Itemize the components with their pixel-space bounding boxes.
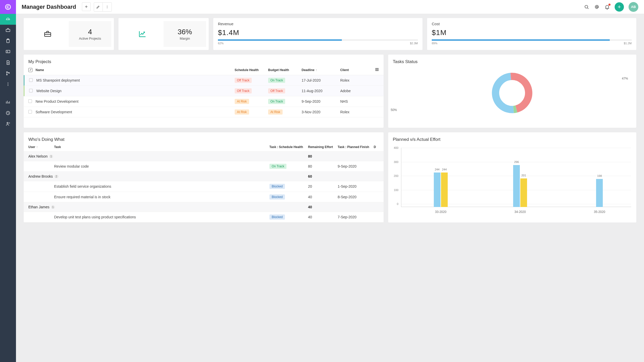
kpi-active-projects: 4 Active Projects bbox=[24, 18, 114, 50]
row-checkbox[interactable] bbox=[28, 110, 32, 114]
col-planned-finish[interactable]: Task : Planned Finish bbox=[338, 145, 374, 149]
who-doing-what-panel: Who's Doing What User↑ Task Task : Sched… bbox=[24, 132, 384, 222]
select-all-checkbox[interactable]: ✓ bbox=[28, 68, 32, 72]
svg-point-8 bbox=[8, 83, 9, 83]
briefcase-icon bbox=[43, 30, 53, 38]
kpi-margin-value: 36% bbox=[177, 28, 192, 36]
project-row[interactable]: Website Design Off Track Off Track 11-Au… bbox=[24, 86, 384, 96]
tasks-status-panel: Tasks Status 47% 50% bbox=[388, 55, 636, 128]
budget-health-badge: On Track bbox=[268, 99, 285, 104]
project-row[interactable]: New Product Development At Risk On Track… bbox=[24, 96, 384, 107]
svg-point-12 bbox=[7, 122, 8, 124]
user-avatar[interactable]: AB bbox=[629, 2, 638, 12]
project-deadline: 9-Sep-2020 bbox=[302, 99, 340, 104]
search-icon[interactable] bbox=[584, 4, 589, 10]
svg-rect-20 bbox=[376, 68, 377, 71]
bar-planned: 296 bbox=[513, 165, 520, 207]
svg-point-15 bbox=[107, 8, 107, 8]
user-group-row[interactable]: Andrew Brooks2 60 bbox=[24, 172, 384, 181]
nav-branch[interactable] bbox=[0, 68, 16, 79]
project-deadline: 17-Jul-2020 bbox=[302, 78, 340, 82]
col-d[interactable]: D bbox=[374, 145, 379, 149]
task-name: Establish field service organizations bbox=[54, 184, 269, 188]
nav-clipboard[interactable] bbox=[0, 36, 16, 46]
task-row[interactable]: Ensure required material is in stock Blo… bbox=[24, 192, 384, 202]
task-count-badge: 1 bbox=[49, 155, 53, 158]
notifications-icon[interactable] bbox=[604, 4, 610, 10]
project-client: Rolex bbox=[340, 110, 371, 114]
logo[interactable] bbox=[0, 0, 16, 14]
nav-dashboard[interactable] bbox=[0, 14, 16, 25]
task-row[interactable]: Develop unit test plans using product sp… bbox=[24, 212, 384, 222]
bar-actual: 201 bbox=[520, 178, 527, 207]
user-group-row[interactable]: Alex Nelson1 80 bbox=[24, 152, 384, 161]
revenue-pct: 62% bbox=[218, 42, 224, 45]
task-row[interactable]: Review modular code On Track 80 9-Sep-20… bbox=[24, 161, 384, 172]
user-name: Alex Nelson bbox=[28, 154, 48, 158]
task-count-badge: 2 bbox=[54, 175, 58, 178]
col-deadline[interactable]: Deadline↑ bbox=[302, 68, 340, 72]
col-budget-health[interactable]: Budget Health bbox=[268, 68, 302, 72]
nav-user[interactable] bbox=[0, 118, 16, 129]
col-client[interactable]: Client bbox=[340, 68, 371, 72]
row-checkbox[interactable] bbox=[29, 78, 33, 82]
effort-bar-chart: 0100200300400 244 244 33-2020 296 201 34… bbox=[388, 145, 636, 217]
sort-asc-icon: ↑ bbox=[316, 68, 317, 72]
budget-health-badge: At Risk bbox=[268, 109, 283, 115]
x-axis-label: 34-2020 bbox=[514, 210, 526, 214]
tasks-status-donut: 47% 50% bbox=[388, 67, 636, 121]
nav-briefcase[interactable] bbox=[0, 25, 16, 36]
group-remaining-effort: 60 bbox=[308, 174, 338, 178]
project-row[interactable]: Software Development At Risk At Risk 3-N… bbox=[24, 107, 384, 117]
project-client: Adobe bbox=[340, 89, 371, 93]
col-name[interactable]: Name bbox=[36, 68, 235, 72]
nav-more[interactable] bbox=[0, 79, 16, 90]
page-title: Manager Dashboard bbox=[22, 4, 76, 10]
col-task-schedule-health[interactable]: Task : Schedule Health bbox=[269, 145, 308, 149]
task-planned-finish: 8-Sep-2020 bbox=[338, 195, 374, 199]
nav-time[interactable] bbox=[0, 108, 16, 118]
project-client: Rolex bbox=[340, 78, 371, 82]
nav-analytics[interactable] bbox=[0, 97, 16, 108]
col-task[interactable]: Task bbox=[54, 145, 269, 149]
project-name: New Product Development bbox=[36, 99, 235, 104]
col-remaining-effort[interactable]: Remaining Effort bbox=[308, 145, 338, 149]
revenue-title: Revenue bbox=[218, 22, 418, 26]
columns-config-icon[interactable] bbox=[371, 67, 379, 72]
create-button[interactable]: + bbox=[615, 2, 624, 12]
project-client: NHS bbox=[340, 99, 371, 104]
add-widget-button[interactable] bbox=[82, 2, 91, 11]
task-health-badge: Blocked bbox=[269, 184, 285, 189]
my-projects-title: My Projects bbox=[24, 55, 384, 67]
group-remaining-effort: 80 bbox=[308, 154, 338, 158]
project-deadline: 3-Nov-2020 bbox=[302, 110, 340, 114]
revenue-max: $2.3M bbox=[410, 42, 418, 45]
revenue-value: $1.4M bbox=[218, 29, 418, 37]
col-schedule-health[interactable]: Schedule Health bbox=[235, 68, 268, 72]
bar-planned: 244 bbox=[434, 173, 440, 207]
row-checkbox[interactable] bbox=[29, 89, 33, 92]
svg-point-9 bbox=[8, 84, 9, 85]
row-checkbox[interactable] bbox=[28, 99, 32, 103]
mentions-icon[interactable] bbox=[594, 4, 600, 10]
sort-asc-icon: ↑ bbox=[36, 145, 38, 149]
nav-board[interactable] bbox=[0, 46, 16, 57]
more-button[interactable] bbox=[103, 3, 112, 11]
task-remaining-effort: 40 bbox=[308, 215, 338, 219]
x-axis-label: 35-2020 bbox=[594, 210, 605, 214]
project-row[interactable]: MS Sharepoint deployment Off Track On Tr… bbox=[24, 75, 384, 86]
user-group-row[interactable]: Ethan James1 40 bbox=[24, 202, 384, 212]
user-name: Ethan James bbox=[28, 205, 49, 209]
tasks-status-title: Tasks Status bbox=[388, 55, 636, 67]
task-row[interactable]: Establish field service organizations Bl… bbox=[24, 181, 384, 192]
my-projects-panel: My Projects ✓ Name Schedule Health Budge… bbox=[24, 55, 384, 128]
cost-pct: 89% bbox=[432, 42, 437, 45]
donut-label-50: 50% bbox=[391, 108, 397, 112]
group-remaining-effort: 40 bbox=[308, 205, 338, 209]
edit-button[interactable] bbox=[94, 3, 103, 11]
col-user[interactable]: User↑ bbox=[28, 145, 54, 149]
bar-planned: 198 bbox=[596, 179, 603, 207]
task-health-badge: Blocked bbox=[269, 194, 285, 200]
task-name: Review modular code bbox=[54, 164, 269, 168]
nav-document[interactable] bbox=[0, 57, 16, 68]
